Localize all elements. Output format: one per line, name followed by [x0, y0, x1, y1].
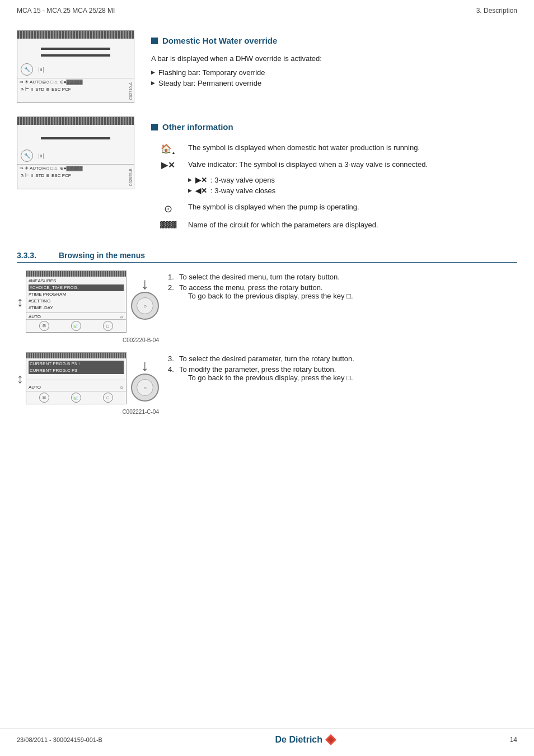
dhw-description: Domestic Hot Water override A bar is dis…	[151, 30, 517, 103]
valve-closes-bullet: ◀✕ : 3-way valve closes	[188, 186, 514, 195]
diagram-2-container: ↕ CURRENT PROG.B P3 ↑ CURRENT PROG.C P3 …	[17, 352, 517, 415]
info-row-valve-sub1: ▶✕ : 3-way valve opens ◀✕ : 3-way valve …	[151, 173, 517, 200]
steps-1-2: To select the desired menu, turn the rot…	[168, 273, 517, 300]
menu2-item2: CURRENT PROG.C P3	[29, 367, 124, 374]
browsing-heading: 3.3.3. Browsing in the menus	[17, 251, 517, 263]
other-info-table: 🏠▲ The symbol is displayed when domestic…	[151, 141, 517, 232]
info-valve-text: Valve indicator: The symbol is displayed…	[185, 157, 517, 173]
logo-text: De Dietrich	[275, 735, 322, 745]
diagram-1-right: To select the desired menu, turn the rot…	[168, 270, 517, 302]
menu-box-1: #MEASURES #CHOICE_TIME PROG. #TIME PROGR…	[26, 270, 127, 333]
step-2: To access the menu, press the rotary but…	[168, 283, 517, 300]
sym-circuit: ▓▓▓▓▓	[151, 218, 185, 232]
menu2-sym: ☼	[120, 385, 124, 390]
menu-item-time-prog: #TIME PROGRAM	[29, 291, 124, 298]
bullet-flashing: Flashing bar: Temporary override	[151, 68, 517, 77]
menu2-icon1: ⊟	[39, 393, 49, 403]
step4-sub: To go back to the previous display, pres…	[179, 374, 353, 382]
dhw-heading: Domestic Hot Water override	[151, 36, 517, 45]
header-left: MCA 15 - MCA 25 MCA 25/28 MI	[17, 7, 115, 15]
device-box-1: 🔧 │il│ ⇒ ☀ AUTO◎◇ □ ⌂, ⊕●▓▓▓▓▓ ? ⊢ II ST…	[17, 30, 134, 103]
other-device-image: 🔧 │il│ ⇒ ☀ AUTO◎◇ □ ⌂, ⊕●▓▓▓▓▓ ? ⊢ II ST…	[17, 116, 140, 237]
subsection-number: 3.3.3.	[17, 251, 48, 260]
diagram-1-container: ↕ #MEASURES #CHOICE_TIME PROG. #TIME PRO…	[17, 270, 517, 343]
rotary-knob-1: ○	[131, 292, 159, 320]
menu2-icon2: 📊	[71, 393, 81, 403]
info-pump-text: The symbol is displayed when the pump is…	[185, 200, 517, 218]
other-heading: Other information	[151, 122, 517, 132]
info-row-valve: ▶✕ Valve indicator: The symbol is displa…	[151, 157, 517, 173]
other-heading-text: Other information	[162, 122, 233, 132]
step-1: To select the desired menu, turn the rot…	[168, 273, 517, 281]
heading-bullet	[151, 38, 158, 44]
menu-item-time-day: #TIME .DAY	[29, 305, 124, 311]
other-heading-bullet	[151, 124, 158, 130]
footer-logo: De Dietrich	[275, 734, 337, 746]
diagram-2-left: ↕ CURRENT PROG.B P3 ↑ CURRENT PROG.C P3 …	[17, 352, 159, 415]
menu1-sym: ☼	[120, 314, 124, 319]
sym-pump: ⊙	[151, 200, 185, 218]
steps-3-4: To select the desired parameter, turn th…	[168, 354, 517, 382]
diagram-1-left: ↕ #MEASURES #CHOICE_TIME PROG. #TIME PRO…	[17, 270, 159, 343]
menu1-icon2: 📊	[71, 321, 81, 331]
step2-sub: To go back to the previous display, pres…	[179, 292, 353, 300]
valve-sub-bullets: ▶✕ : 3-way valve opens ◀✕ : 3-way valve …	[188, 176, 514, 195]
dhw-device-image: 🔧 │il│ ⇒ ☀ AUTO◎◇ □ ⌂, ⊕●▓▓▓▓▓ ? ⊢ II ST…	[17, 30, 140, 103]
logo-icon	[325, 734, 337, 746]
step-4: To modify the parameter, press the rotar…	[168, 365, 517, 382]
dhw-bullets: Flashing bar: Temporary override Steady …	[151, 68, 517, 87]
bullet-steady: Steady bar: Permanent override	[151, 79, 517, 87]
menu2-auto: AUTO	[29, 385, 41, 390]
rotary-inner-1: ○	[137, 297, 153, 314]
page-header: MCA 15 - MCA 25 MCA 25/28 MI 3. Descript…	[0, 0, 534, 19]
menu-item-measures: #MEASURES	[29, 278, 124, 284]
sym-valve: ▶✕	[151, 157, 185, 173]
info-row-pump: ⊙ The symbol is displayed when the pump …	[151, 200, 517, 218]
diagram1-label: C002220-B-04	[17, 337, 159, 343]
menu1-auto: AUTO	[29, 314, 41, 319]
valve-opens-bullet: ▶✕ : 3-way valve opens	[188, 176, 514, 184]
device-icon-circle: 🔧	[21, 63, 33, 76]
other-info-section: Other information 🏠▲ The symbol is displ…	[151, 116, 517, 237]
device-box-2: 🔧 │il│ ⇒ ☀ AUTO◎◇ □ ⌂, ⊕●▓▓▓▓▓ ? ⊢ II ST…	[17, 116, 134, 189]
footer-right: 14	[510, 736, 517, 744]
menu-item-setting: #SETTING	[29, 298, 124, 305]
menu-box-2: CURRENT PROG.B P3 ↑ CURRENT PROG.C P3 AU…	[26, 352, 127, 404]
diagram2-label: C002221-C-04	[17, 409, 159, 415]
rotary-inner-2: ○	[137, 379, 153, 396]
header-right: 3. Description	[476, 7, 517, 15]
menu2-icon3: □	[103, 393, 113, 403]
info-row-dhw: 🏠▲ The symbol is displayed when domestic…	[151, 141, 517, 157]
menu1-icon3: □	[103, 321, 113, 331]
rotary-2: ↓ ○	[131, 358, 159, 402]
menu2-item1: CURRENT PROG.B P3 ↑	[29, 361, 124, 367]
footer-left: 23/08/2011 - 300024159-001-B	[17, 736, 102, 743]
step-3: To select the desired parameter, turn th…	[168, 354, 517, 363]
diagram-2-right: To select the desired parameter, turn th…	[168, 352, 517, 384]
info-circuit-text: Name of the circuit for which the parame…	[185, 218, 517, 232]
subsection-title: Browsing in the menus	[59, 251, 145, 260]
page-footer: 23/08/2011 - 300024159-001-B De Dietrich…	[0, 729, 534, 746]
dhw-description-text: A bar is displayed when a DHW override i…	[151, 54, 517, 63]
menu-item-choice: #CHOICE_TIME PROG.	[29, 284, 124, 291]
sym-dhw: 🏠▲	[151, 141, 185, 157]
arrow-down-1: ↓	[141, 276, 149, 292]
device-icon-circle-2: 🔧	[21, 150, 33, 162]
menu1-icon1: ⊟	[39, 321, 49, 331]
rotary-knob-2: ○	[131, 374, 159, 402]
dhw-heading-text: Domestic Hot Water override	[162, 36, 277, 45]
rotary-1: ↓ ○	[131, 276, 159, 320]
arrow-down-2: ↓	[141, 358, 149, 374]
info-row-circuit: ▓▓▓▓▓ Name of the circuit for which the …	[151, 218, 517, 232]
info-dhw-text: The symbol is displayed when domestic ho…	[185, 141, 517, 157]
